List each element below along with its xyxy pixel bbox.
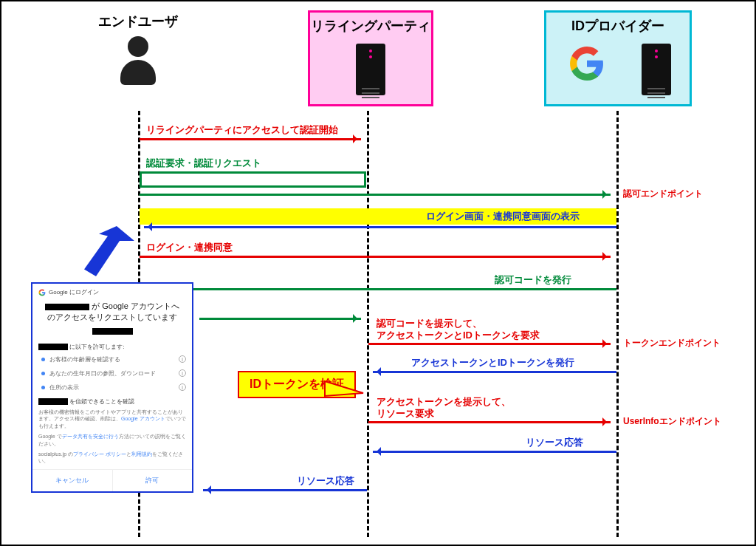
msg-label: アクセストークンとIDトークンを要求 (377, 329, 540, 342)
msg-label: アクセストークンとIDトークンを発行 (411, 356, 574, 369)
svg-marker-0 (325, 381, 363, 396)
link-terms[interactable]: 利用規約 (131, 451, 152, 457)
arrow (140, 194, 611, 196)
arrow (144, 288, 616, 290)
info-icon[interactable]: i (179, 383, 186, 391)
consent-fineprint: Google でデータ共有を安全に行う方法についての説明をご覧ください。 (38, 433, 186, 448)
consent-fineprint: socialplus.jp のプライバシー ポリシーと利用規約をご覧ください。 (38, 451, 186, 465)
google-logo-icon (38, 289, 46, 296)
actor-relying-party: リライングパーティ (304, 10, 437, 106)
msg-label: リソース要求 (377, 407, 434, 420)
arrow (140, 256, 611, 258)
consent-header-text: Google にログイン (49, 288, 99, 296)
actor-label: IDプロバイダー (546, 13, 690, 35)
actor-end-user: エンドユーザ (86, 13, 190, 88)
arrow (140, 138, 361, 140)
msg-label: ログイン画面・連携同意画面の表示 (426, 210, 580, 223)
sequence-diagram: エンドユーザ リライングパーティ IDプロバイダー リライングパーティにアクセス… (0, 0, 756, 546)
endpoint-label: 認可エンドポイント (623, 188, 703, 200)
msg-label: リライングパーティにアクセスして認証開始 (146, 123, 338, 137)
msg-label: ログイン・連携同意 (146, 241, 233, 254)
redacted-bar (38, 398, 68, 405)
arrow (368, 421, 611, 423)
actor-id-provider: IDプロバイダー (540, 10, 695, 106)
arrow (373, 371, 616, 373)
redacted-bar (38, 344, 68, 350)
actor-label: エンドユーザ (86, 13, 190, 30)
consent-permission-item: あなたの生年月日の参照、ダウンロードi (41, 369, 186, 378)
consent-header: Google にログイン (38, 288, 186, 296)
consent-trust-heading: を信頼できることを確認 (38, 397, 186, 406)
link-data-sharing[interactable]: データ共有を安全に行う (62, 434, 119, 439)
google-logo-icon (568, 45, 605, 82)
endpoint-label: UserInfoエンドポイント (623, 415, 721, 428)
msg-label: リソース応答 (297, 474, 354, 488)
link-privacy-policy[interactable]: プライバシー ポリシー (73, 451, 126, 457)
arrow (373, 451, 616, 453)
cancel-button[interactable]: キャンセル (32, 470, 112, 491)
consent-permissions-heading: に以下を許可します: (38, 343, 186, 351)
consent-permission-item: お客様の年齢層を確認するi (41, 355, 186, 364)
actor-label: リライングパーティ (310, 13, 431, 35)
redacted-bar (92, 328, 133, 335)
endpoint-label: トークンエンドポイント (623, 337, 721, 349)
consent-headline: が Google アカウントへのアクセスをリクエストしています (41, 301, 183, 337)
request-box (140, 171, 366, 188)
info-icon[interactable]: i (179, 355, 186, 363)
arrow (368, 343, 611, 345)
person-icon (116, 36, 160, 88)
arrow (203, 489, 367, 491)
callout-pointer-icon (319, 380, 371, 409)
lifeline-rp (367, 111, 369, 537)
allow-button[interactable]: 許可 (112, 470, 193, 491)
server-icon (356, 44, 385, 95)
svg-marker-1 (84, 226, 134, 276)
lifeline-idp (616, 111, 619, 537)
arrow (199, 318, 361, 320)
redacted-bar (45, 304, 89, 310)
arrow (144, 226, 616, 228)
google-consent-screen: Google にログイン が Google アカウントへのアクセスをリクエストし… (31, 282, 193, 493)
msg-label: 認証要求・認証リクエスト (146, 157, 261, 170)
consent-fineprint: お客様の機密情報をこのサイトやアプリと共有することがあります。アクセス権の確認、… (38, 409, 186, 430)
pointer-arrow-icon (75, 223, 134, 282)
link-google-account[interactable]: Google アカウント (121, 416, 165, 421)
msg-label: 認可コードを発行 (495, 273, 571, 287)
consent-permissions-list: お客様の年齢層を確認するi あなたの生年月日の参照、ダウンロードi 住所の表示i (38, 355, 186, 392)
consent-permission-item: 住所の表示i (41, 383, 186, 392)
consent-button-row: キャンセル 許可 (32, 469, 192, 491)
server-icon (642, 44, 671, 95)
msg-label: リソース応答 (526, 436, 583, 449)
info-icon[interactable]: i (179, 369, 186, 377)
